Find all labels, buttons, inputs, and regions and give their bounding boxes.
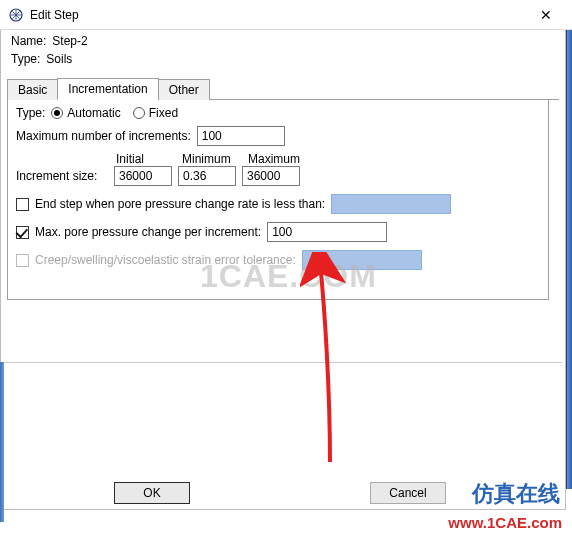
ok-button[interactable]: OK <box>114 482 190 504</box>
end-step-field <box>331 194 451 214</box>
incr-type-row: Type: Automatic Fixed <box>16 106 540 120</box>
max-incr-label: Maximum number of increments: <box>16 129 191 143</box>
max-pore-label: Max. pore pressure change per increment: <box>35 225 261 239</box>
incr-maximum-input[interactable] <box>242 166 300 186</box>
title-bar: Edit Step ✕ <box>0 0 572 30</box>
watermark-cn: 仿真在线 <box>472 479 560 509</box>
incr-type-label: Type: <box>16 106 45 120</box>
incr-size-row: Increment size: <box>16 166 540 186</box>
end-step-label: End step when pore pressure change rate … <box>35 197 325 211</box>
tab-bar: Basic Incrementation Other <box>7 76 559 100</box>
creep-field <box>302 250 422 270</box>
radio-fixed-label: Fixed <box>149 106 178 120</box>
window-title: Edit Step <box>30 8 79 22</box>
max-pore-input[interactable] <box>267 222 387 242</box>
incr-size-label: Increment size: <box>16 169 108 183</box>
background-left-edge <box>0 362 4 522</box>
incr-initial-input[interactable] <box>114 166 172 186</box>
max-pore-checkbox <box>16 226 29 239</box>
tab-basic[interactable]: Basic <box>7 79 58 100</box>
incr-headers: Initial Minimum Maximum <box>16 152 540 166</box>
name-value: Step-2 <box>52 34 87 48</box>
close-button[interactable]: ✕ <box>526 1 566 29</box>
cancel-button[interactable]: Cancel <box>370 482 446 504</box>
max-incr-row: Maximum number of increments: <box>16 126 540 146</box>
radio-automatic[interactable]: Automatic <box>51 106 120 120</box>
end-step-check[interactable]: End step when pore pressure change rate … <box>16 197 325 211</box>
type-label: Type: <box>11 52 40 66</box>
watermark-url: www.1CAE.com <box>448 514 562 531</box>
radio-mark-fixed <box>133 107 145 119</box>
end-step-checkbox <box>16 198 29 211</box>
dialog-content: Name: Step-2 Type: Soils Basic Increment… <box>0 30 566 510</box>
tab-other[interactable]: Other <box>158 79 210 100</box>
name-row: Name: Step-2 <box>1 30 565 52</box>
window-right-edge <box>566 30 572 489</box>
radio-mark-automatic <box>51 107 63 119</box>
creep-label: Creep/swelling/viscoelastic strain error… <box>35 253 296 267</box>
incrementation-panel: Type: Automatic Fixed Maximum number of … <box>7 100 549 300</box>
head-minimum: Minimum <box>182 152 248 166</box>
background-divider <box>0 362 562 363</box>
max-incr-input[interactable] <box>197 126 285 146</box>
creep-checkbox <box>16 254 29 267</box>
max-pore-check[interactable]: Max. pore pressure change per increment: <box>16 225 261 239</box>
name-label: Name: <box>11 34 46 48</box>
creep-row: Creep/swelling/viscoelastic strain error… <box>16 250 540 270</box>
creep-check: Creep/swelling/viscoelastic strain error… <box>16 253 296 267</box>
type-row: Type: Soils <box>1 52 565 70</box>
radio-fixed[interactable]: Fixed <box>133 106 178 120</box>
head-initial: Initial <box>116 152 182 166</box>
head-maximum: Maximum <box>248 152 314 166</box>
incr-minimum-input[interactable] <box>178 166 236 186</box>
radio-automatic-label: Automatic <box>67 106 120 120</box>
tab-incrementation[interactable]: Incrementation <box>57 78 158 100</box>
max-pore-row: Max. pore pressure change per increment: <box>16 222 540 242</box>
type-value: Soils <box>46 52 72 66</box>
app-icon <box>8 7 24 23</box>
end-step-row: End step when pore pressure change rate … <box>16 194 540 214</box>
